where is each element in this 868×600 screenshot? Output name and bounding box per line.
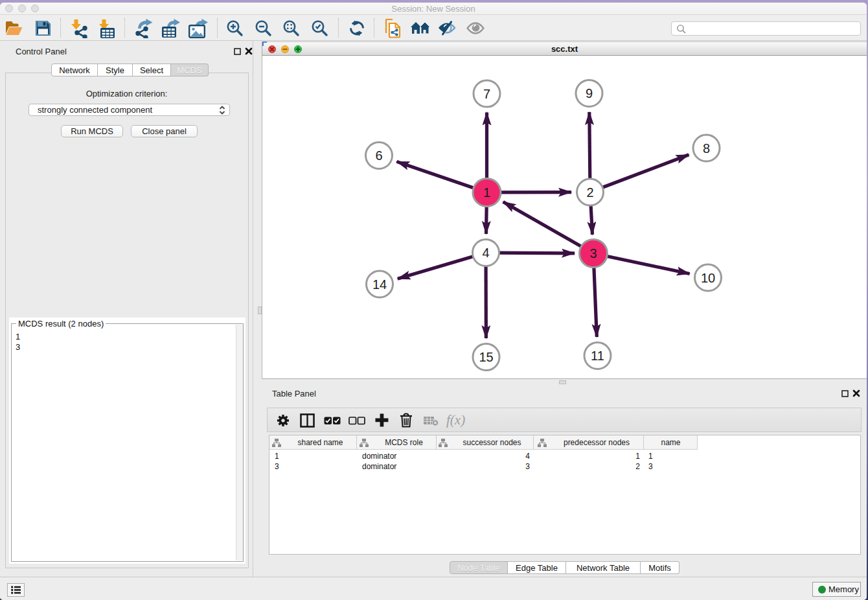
svg-text:11: 11	[591, 349, 604, 363]
svg-text:10: 10	[701, 271, 715, 285]
svg-text:6: 6	[375, 148, 382, 163]
svg-text:2: 2	[586, 185, 593, 200]
svg-text:1: 1	[483, 185, 490, 200]
svg-text:8: 8	[703, 141, 710, 156]
svg-text:4: 4	[482, 246, 489, 260]
svg-text:15: 15	[479, 350, 493, 364]
svg-text:3: 3	[589, 246, 597, 260]
svg-text:9: 9	[586, 86, 593, 100]
svg-text:14: 14	[372, 277, 387, 292]
svg-text:7: 7	[483, 87, 490, 101]
